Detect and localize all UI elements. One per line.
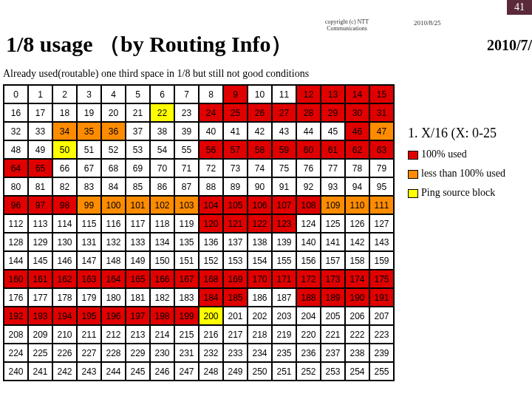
grid-cell: 184 — [199, 288, 223, 307]
page-title: 1/8 usage （by Routing Info） — [6, 30, 293, 60]
grid-cell: 244 — [101, 362, 126, 381]
grid-cell: 142 — [345, 233, 369, 251]
grid-cell: 27 — [272, 103, 296, 122]
grid-cell: 193 — [28, 307, 52, 325]
legend: 100% used less than 100% used Ping sourc… — [408, 149, 505, 199]
grid-cell: 19 — [77, 103, 101, 122]
grid-cell: 63 — [369, 140, 394, 159]
grid-cell: 72 — [199, 159, 223, 177]
grid-cell: 177 — [28, 288, 52, 307]
grid-cell: 109 — [321, 196, 345, 214]
grid-cell: 56 — [199, 140, 223, 159]
annotations: 1. X/16 (X: 0-25 100% used less than 100… — [408, 118, 505, 206]
grid-cell: 185 — [223, 288, 248, 307]
grid-cell: 3 — [77, 85, 101, 103]
grid-cell: 44 — [296, 122, 321, 140]
grid-cell: 226 — [52, 344, 77, 362]
grid-cell: 135 — [174, 233, 199, 251]
grid-cell: 152 — [199, 251, 223, 270]
grid-cell: 195 — [77, 307, 101, 325]
grid-cell: 130 — [52, 233, 77, 251]
grid-cell: 159 — [369, 251, 394, 270]
grid-cell: 86 — [150, 177, 174, 196]
grid-cell: 93 — [321, 177, 345, 196]
grid-cell: 94 — [345, 177, 369, 196]
grid-cell: 35 — [77, 122, 101, 140]
grid-cell: 213 — [126, 325, 150, 344]
date-small: 2010/8/25 — [414, 19, 441, 27]
grid-cell: 240 — [4, 362, 28, 381]
grid-cell: 60 — [296, 140, 321, 159]
grid-cell: 92 — [296, 177, 321, 196]
grid-cell: 175 — [369, 270, 394, 288]
grid-cell: 91 — [272, 177, 296, 196]
grid-cell: 45 — [321, 122, 345, 140]
grid-cell: 107 — [272, 196, 296, 214]
grid-cell: 52 — [101, 140, 126, 159]
grid-cell: 202 — [248, 307, 272, 325]
grid-cell: 68 — [101, 159, 126, 177]
grid-cell: 81 — [28, 177, 52, 196]
grid-cell: 167 — [174, 270, 199, 288]
grid-cell: 197 — [126, 307, 150, 325]
grid-cell: 211 — [77, 325, 101, 344]
grid-cell: 156 — [296, 251, 321, 270]
grid-cell: 50 — [52, 140, 77, 159]
grid-cell: 87 — [174, 177, 199, 196]
grid-cell: 13 — [321, 85, 345, 103]
grid-cell: 120 — [199, 214, 223, 233]
grid-cell: 168 — [199, 270, 223, 288]
grid-cell: 65 — [28, 159, 52, 177]
grid-cell: 83 — [77, 177, 101, 196]
legend-yellow: Ping source block — [408, 187, 505, 199]
grid-cell: 113 — [28, 214, 52, 233]
swatch-red-icon — [408, 151, 418, 160]
grid-cell: 234 — [248, 344, 272, 362]
grid-cell: 190 — [345, 288, 369, 307]
usage-grid: 0123456789101112131415161718192021222324… — [3, 84, 395, 381]
grid-cell: 219 — [272, 325, 296, 344]
grid-cell: 23 — [174, 103, 199, 122]
grid-cell: 61 — [321, 140, 345, 159]
grid-cell: 174 — [345, 270, 369, 288]
grid-cell: 214 — [150, 325, 174, 344]
grid-cell: 25 — [223, 103, 248, 122]
legend-red: 100% used — [408, 149, 505, 160]
grid-cell: 238 — [345, 344, 369, 362]
grid-cell: 104 — [199, 196, 223, 214]
grid-cell: 55 — [174, 140, 199, 159]
grid-cell: 230 — [150, 344, 174, 362]
grid-cell: 236 — [296, 344, 321, 362]
grid-cell: 67 — [77, 159, 101, 177]
grid-cell: 37 — [126, 122, 150, 140]
grid-cell: 90 — [248, 177, 272, 196]
grid-cell: 7 — [174, 85, 199, 103]
grid-cell: 46 — [345, 122, 369, 140]
grid-cell: 161 — [28, 270, 52, 288]
grid-cell: 115 — [77, 214, 101, 233]
grid-cell: 122 — [248, 214, 272, 233]
grid-cell: 74 — [248, 159, 272, 177]
grid-cell: 249 — [223, 362, 248, 381]
grid-cell: 225 — [28, 344, 52, 362]
grid-cell: 125 — [321, 214, 345, 233]
grid-cell: 248 — [199, 362, 223, 381]
grid-cell: 108 — [296, 196, 321, 214]
grid-cell: 164 — [101, 270, 126, 288]
grid-cell: 151 — [174, 251, 199, 270]
legend-red-label: 100% used — [421, 149, 467, 160]
grid-cell: 58 — [248, 140, 272, 159]
grid-cell: 64 — [4, 159, 28, 177]
grid-cell: 114 — [52, 214, 77, 233]
grid-cell: 22 — [150, 103, 174, 122]
grid-cell: 78 — [345, 159, 369, 177]
grid-cell: 40 — [199, 122, 223, 140]
copyright-line1: copyright (c) NTT — [325, 18, 369, 25]
annotation-1: 1. X/16 (X: 0-25 — [408, 126, 505, 141]
grid-cell: 6 — [150, 85, 174, 103]
grid-cell: 124 — [296, 214, 321, 233]
page-number: 41 — [507, 0, 532, 15]
grid-cell: 126 — [345, 214, 369, 233]
copyright-line2: Communications — [327, 25, 367, 32]
legend-orange-label: less than 100% used — [421, 168, 505, 179]
